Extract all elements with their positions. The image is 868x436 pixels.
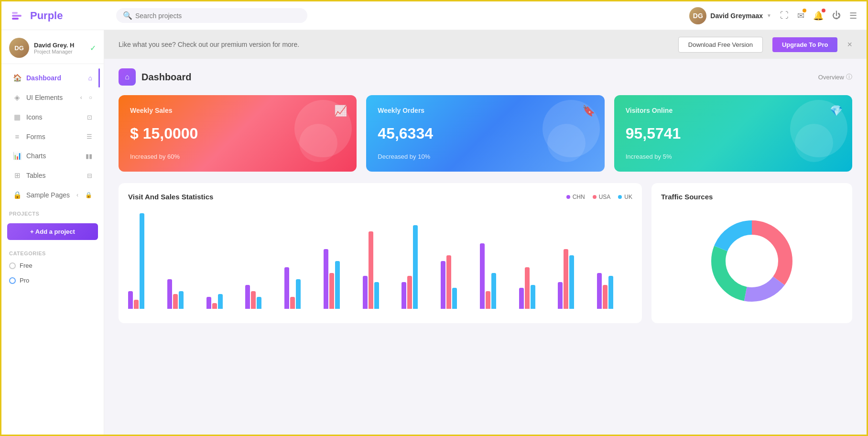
app-name: Purple [30,10,63,22]
bar [491,273,496,309]
bar [446,255,451,309]
traffic-sources-card: Traffic Sources [651,183,852,323]
bar-group [480,243,515,309]
overview-text: Overview ⓘ [818,73,852,81]
bar [407,276,412,309]
bar [564,249,568,309]
page-title: Dashboard [141,72,191,83]
pages-icon: 🔒 [13,191,22,199]
bar [531,285,535,309]
tables-icon: ⊞ [13,171,22,180]
bar-group [128,213,163,309]
orders-label: Weekly Orders [378,107,593,114]
sidebar-item-dashboard[interactable]: 🏠 Dashboard ⌂ [5,68,100,87]
bar-group [558,249,593,309]
search-area[interactable]: 🔍 [116,8,307,23]
lock-icon: 🔒 [85,192,92,198]
bell-icon[interactable]: 🔔 [813,11,824,21]
bar-group [519,267,554,309]
radio-free [9,262,16,269]
sidebar-item-tables[interactable]: ⊞ Tables ⊟ [5,166,100,185]
traffic-chart-header: Traffic Sources [661,193,843,201]
chevron-down-icon: ▼ [767,13,771,18]
check-icon: ✓ [90,44,96,53]
bar [128,291,133,309]
bar-group [284,267,320,309]
bar [369,231,373,309]
close-icon[interactable]: × [847,40,852,50]
legend-usa-dot [593,195,597,199]
sidebar-item-label: Forms [26,133,45,141]
legend-chn: CHN [566,194,585,200]
categories-section-label: Categories [1,245,104,258]
bar [335,261,340,309]
sidebar-item-sample-pages[interactable]: 🔒 Sample Pages ‹ 🔒 [5,185,100,205]
topbar-right: DG David Greymaax ▼ ⛶ ✉ 🔔 ⏻ ☰ [689,7,857,24]
bar [296,279,301,309]
barchart-icon: ▮▮ [86,153,92,160]
bar [284,267,289,309]
stat-cards: 📈 Weekly Sales $ 15,0000 Increased by 60… [119,95,852,172]
sidebar-item-label: Dashboard [26,74,61,82]
bar [374,282,379,309]
legend-usa: USA [593,194,611,200]
avatar: DG [689,7,706,24]
category-free[interactable]: Free [1,258,104,273]
sidebar-user-profile: DG David Grey. H Project Manager ✓ [1,30,104,64]
sales-change: Increased by 60% [130,153,345,160]
user-menu[interactable]: DG David Greymaax ▼ [689,7,771,24]
bar-group [441,255,476,309]
icons-icon: ▦ [13,113,22,121]
bar-group [401,225,437,309]
bar [608,276,613,309]
dashboard-body: ⌂ Dashboard Overview ⓘ 📈 Weekly Sales $ … [104,59,867,333]
category-pro-label: Pro [20,277,29,284]
bar [212,303,217,309]
chevron-left-icon2: ‹ [76,192,78,198]
traffic-chart-title: Traffic Sources [661,193,713,201]
power-icon[interactable]: ⏻ [832,11,841,21]
stat-card-sales: 📈 Weekly Sales $ 15,0000 Increased by 60… [119,95,357,172]
menu-icon[interactable]: ☰ [849,11,857,21]
bar-group [206,294,242,309]
bar [290,297,295,309]
category-pro[interactable]: Pro [1,273,104,288]
bar [486,291,490,309]
main-layout: DG David Grey. H Project Manager ✓ 🏠 Das… [1,30,867,435]
visitors-change: Increased by 5% [626,153,841,160]
sidebar-item-label: Sample Pages [26,191,70,199]
bar-group [363,231,398,309]
circle-icon: ○ [89,94,92,101]
sidebar-item-label: Icons [26,113,42,121]
expand-icon[interactable]: ⛶ [780,11,789,21]
bell-badge [822,9,825,12]
legend-uk-dot [618,195,622,199]
bar [179,291,184,309]
sidebar-item-charts[interactable]: 📊 Charts ▮▮ [5,146,100,165]
user-name: David Greymaax [710,12,763,20]
mail-icon[interactable]: ✉ [797,11,804,21]
mail-badge [803,9,806,12]
sidebar-item-icons[interactable]: ▦ Icons ⊡ [5,108,100,127]
page-title-area: ⌂ Dashboard [119,68,191,86]
chart-legend: CHN USA UK [566,194,632,200]
bar [245,285,250,309]
bar [363,276,368,309]
upgrade-pro-button[interactable]: Upgrade To Pro [772,37,838,52]
search-input[interactable] [135,12,301,20]
orders-change: Decreased by 10% [378,153,593,160]
sidebar-item-ui-elements[interactable]: ◈ UI Elements ‹ ○ [5,88,100,107]
download-free-button[interactable]: Download Free Version [678,37,763,53]
add-project-button[interactable]: + Add a project [7,223,98,240]
radio-pro [9,277,16,284]
home-filled-icon: ⌂ [88,74,92,82]
bar [206,297,211,309]
svg-rect-0 [12,12,18,14]
bar-group [167,279,203,309]
bar-group [324,249,359,309]
svg-rect-1 [12,15,22,17]
sidebar-username: David Grey. H [34,42,85,49]
sidebar-item-forms[interactable]: ≡ Forms ☰ [5,127,100,146]
bar [251,291,256,309]
table-icon: ⊟ [87,172,92,179]
